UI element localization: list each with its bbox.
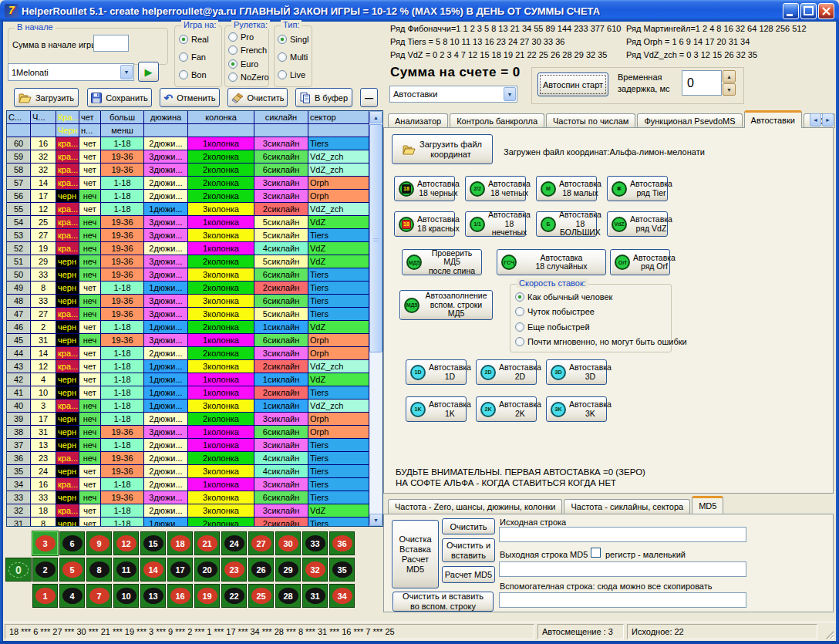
bet-button[interactable]: 2DАвтоставка 2D xyxy=(476,359,537,385)
radio-option[interactable]: Pro xyxy=(228,32,268,42)
table-cell[interactable]: 3колонка xyxy=(188,295,254,308)
table-cell[interactable]: Orph xyxy=(308,177,369,190)
table-cell[interactable]: 1колонка xyxy=(188,373,254,386)
table-cell[interactable]: 1колонка xyxy=(188,439,254,452)
table-cell[interactable]: чет xyxy=(79,177,101,190)
table-cell[interactable]: 23 xyxy=(31,452,56,465)
chevron-down-icon[interactable]: ▼ xyxy=(120,65,133,79)
table-row[interactable]: 5327кра...неч19-363дюжи...3колонка5сикла… xyxy=(7,229,371,242)
board-cell[interactable]: 12 xyxy=(113,531,139,555)
radio-option[interactable]: Почти мгновенно, но могут быть ошибки xyxy=(515,337,671,346)
table-row[interactable]: 5033черннеч19-363дюжи...3колонка6сиклайн… xyxy=(7,268,371,282)
board-cell[interactable]: 22 xyxy=(221,584,247,608)
table-cell[interactable]: 2сиклайн xyxy=(254,360,308,373)
table-row[interactable]: 424чернчет1-181дюжи...1колонка1сиклайнVd… xyxy=(7,373,371,386)
table-cell[interactable]: Orph xyxy=(308,347,369,360)
board-cell[interactable]: 36 xyxy=(329,531,355,555)
table-cell[interactable]: 1-18 xyxy=(101,400,144,413)
delay-input[interactable] xyxy=(682,70,722,96)
board-cell[interactable]: 32 xyxy=(302,558,328,582)
table-cell[interactable]: 6сиклайн xyxy=(254,334,308,347)
board-cell[interactable]: 19 xyxy=(194,584,220,608)
table-cell[interactable]: чет xyxy=(79,478,101,491)
table-cell[interactable]: черн xyxy=(56,321,79,334)
table-cell[interactable]: кра... xyxy=(56,308,79,321)
table-cell[interactable]: 47 xyxy=(7,308,31,321)
radio-option[interactable]: Как обычный человек xyxy=(515,292,671,302)
board-cell[interactable]: 29 xyxy=(275,558,301,582)
table-cell[interactable]: 45 xyxy=(7,334,31,347)
md5-clear-button[interactable]: Очистить xyxy=(442,518,495,534)
radio-option[interactable]: Multi xyxy=(278,52,311,62)
radio-option[interactable]: NoZero xyxy=(228,72,268,82)
table-cell[interactable]: 27 xyxy=(31,308,56,321)
toolbar-button[interactable]: Очистить xyxy=(227,88,288,107)
tab-item[interactable]: Контроль банкролла xyxy=(450,113,544,128)
table-cell[interactable]: 1-18 xyxy=(101,137,144,150)
table-cell[interactable]: 6сиклайн xyxy=(254,150,308,164)
table-cell[interactable]: 1-18 xyxy=(101,347,144,360)
table-cell[interactable]: 1дюжи... xyxy=(144,360,188,373)
md5-output-input[interactable] xyxy=(499,561,746,577)
tab-active[interactable]: Автоставки xyxy=(744,110,802,128)
bet-button[interactable]: 3DАвтоставка 3D xyxy=(546,359,607,385)
table-row[interactable]: 5714кра...чет1-182дюжи...2колонка3сиклай… xyxy=(7,177,371,190)
table-cell[interactable]: 2сиклайн xyxy=(254,386,308,400)
table-cell[interactable]: Tiers xyxy=(308,518,369,527)
table-cell[interactable]: 19-36 xyxy=(101,308,144,321)
table-cell[interactable]: кра... xyxy=(56,150,79,164)
scroll-down-arrow[interactable]: ▼ xyxy=(369,514,382,526)
table-cell[interactable]: Tiers xyxy=(308,137,369,150)
table-cell[interactable]: 12 xyxy=(31,203,56,216)
table-cell[interactable]: 2колонка xyxy=(188,255,254,268)
table-cell[interactable]: 1-18 xyxy=(101,177,144,190)
tab-item[interactable]: Частоты по числам xyxy=(546,113,635,128)
bet-button[interactable]: 1/1Автоставка 18 нечетных xyxy=(465,211,526,237)
bet-button[interactable]: МД5Проверить МД5 после спина xyxy=(402,249,482,275)
table-cell[interactable]: VdZ xyxy=(308,373,369,386)
table-cell[interactable]: 59 xyxy=(7,150,31,164)
table-cell[interactable]: 16 xyxy=(31,478,56,491)
table-cell[interactable]: 36 xyxy=(7,452,31,465)
table-cell[interactable]: 1дюжи... xyxy=(144,373,188,386)
table-cell[interactable]: 12 xyxy=(31,360,56,373)
table-cell[interactable]: чет xyxy=(79,203,101,216)
table-cell[interactable]: 19-36 xyxy=(101,426,144,439)
table-cell[interactable]: кра... xyxy=(56,164,79,177)
table-cell[interactable]: 1-18 xyxy=(101,413,144,426)
table-cell[interactable]: 1колонка xyxy=(188,216,254,229)
table-cell[interactable]: 1-18 xyxy=(101,282,144,295)
table-cell[interactable]: VdZ xyxy=(308,242,369,255)
table-cell[interactable]: 3дюжи... xyxy=(144,268,188,282)
table-cell[interactable]: черн xyxy=(56,268,79,282)
table-cell[interactable]: 33 xyxy=(7,491,31,504)
radio-icon[interactable] xyxy=(228,59,238,69)
board-cell[interactable]: 23 xyxy=(221,558,247,582)
table-cell[interactable]: 52 xyxy=(7,242,31,255)
table-cell[interactable]: 32 xyxy=(31,164,56,177)
board-cell[interactable]: 34 xyxy=(329,584,355,608)
bet-button[interactable]: 18Автоставка 18 красных xyxy=(394,211,455,237)
table-cell[interactable]: неч xyxy=(79,452,101,465)
table-cell[interactable]: Tiers xyxy=(308,386,369,400)
table-cell[interactable]: 3дюжи... xyxy=(144,229,188,242)
table-cell[interactable]: 3колонка xyxy=(188,268,254,282)
table-cell[interactable]: черн xyxy=(56,334,79,347)
table-cell[interactable]: неч xyxy=(79,268,101,282)
table-cell[interactable]: черн xyxy=(56,255,79,268)
table-cell[interactable]: 27 xyxy=(31,229,56,242)
table-cell[interactable]: 2дюжи... xyxy=(144,242,188,255)
table-cell[interactable]: 2дюжи... xyxy=(144,413,188,426)
table-cell[interactable]: Tiers xyxy=(308,308,369,321)
radio-icon[interactable] xyxy=(278,52,287,62)
radio-option[interactable]: Fan xyxy=(179,52,220,62)
table-row[interactable]: 3333черннеч19-363дюжи...3колонка6сиклайн… xyxy=(7,491,371,504)
table-row[interactable]: 3416кра...чет1-182дюжи...1колонка3сиклай… xyxy=(7,478,371,491)
table-row[interactable]: 5832кра...чет19-363дюжи...2колонка6сикла… xyxy=(7,164,371,177)
chevron-down-icon[interactable]: ▼ xyxy=(504,87,516,101)
table-cell[interactable]: 18 xyxy=(31,504,56,518)
autospin-start-button[interactable]: Автоспин старт xyxy=(537,72,608,96)
board-cell[interactable]: 27 xyxy=(248,531,274,555)
table-cell[interactable]: 3колонка xyxy=(188,308,254,321)
radio-option[interactable]: Чуток побыстрее xyxy=(515,307,671,316)
